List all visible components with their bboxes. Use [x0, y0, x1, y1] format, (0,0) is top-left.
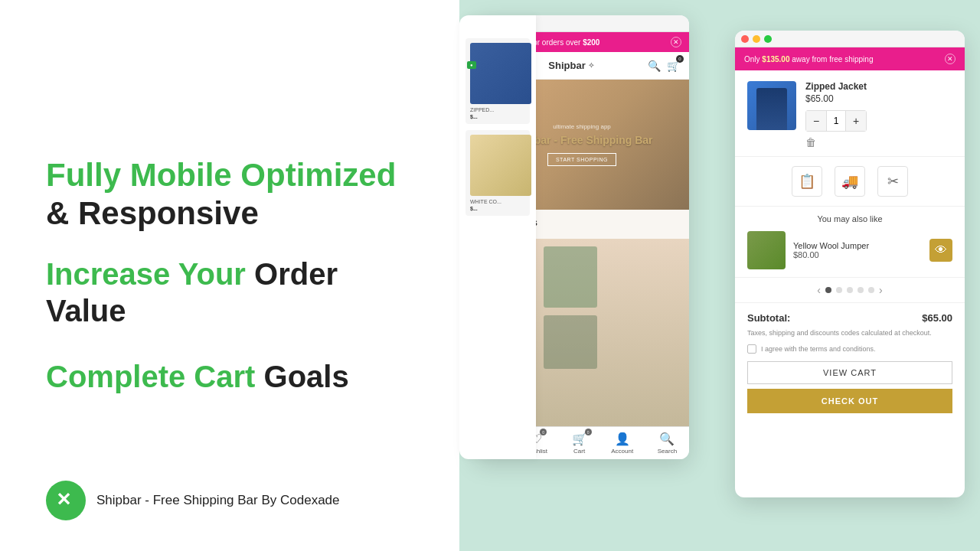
checkout-button[interactable]: CHECK OUT: [747, 389, 952, 413]
search-bottom-icon: 🔍: [659, 432, 675, 446]
heading-1-green: Fully Mobile Optimized: [46, 157, 396, 193]
product-thumb-4: [544, 315, 597, 369]
bg-partial-content: ZIPPED... $... WHITE CO... $...: [459, 15, 536, 245]
cart-dot-red: [741, 35, 749, 43]
heading-1-black: & Responsive: [46, 195, 259, 231]
green-stock-badge: ●: [467, 61, 476, 69]
shipbar-logo-icon: ✕: [46, 481, 86, 520]
bg-product-price-1: $...: [470, 114, 525, 119]
nav-logo: Shipbar ✧: [548, 60, 593, 71]
cart-item-image: [747, 81, 796, 130]
carousel-dot-3[interactable]: [847, 287, 853, 293]
hero-small-text: ultimate shipping app: [553, 123, 611, 130]
rec-item-image: [747, 231, 786, 269]
cart-badge-wrap-bottom: 🛒 0: [572, 432, 587, 446]
bg-product-name-1: ZIPPED...: [470, 107, 525, 112]
carousel-dot-5[interactable]: [868, 287, 874, 293]
view-cart-button[interactable]: VIEW CART: [747, 361, 952, 384]
qty-value: 1: [826, 111, 846, 131]
cart-titlebar: [735, 31, 965, 47]
jacket-silhouette: [756, 88, 787, 130]
terms-row: I agree with the terms and conditions.: [747, 344, 952, 354]
subtotal-label: Subtotal:: [747, 312, 790, 324]
bg-product-img-2: [470, 135, 531, 196]
tax-note: Taxes, shipping and discounts codes calc…: [747, 328, 952, 338]
subtotal-row: Subtotal: $65.00: [747, 312, 952, 324]
quantity-control: − 1 +: [805, 110, 867, 132]
rec-item-price: $80.00: [793, 250, 869, 259]
cart-dot-green: [764, 35, 772, 43]
hero-cta-button[interactable]: START SHOPPING: [547, 153, 616, 166]
cart-banner-close[interactable]: ✕: [945, 54, 956, 64]
rec-img-fill: [747, 231, 786, 269]
subtotal-value: $65.00: [922, 312, 952, 324]
heading-2-green: Increase Your: [46, 257, 246, 291]
discount-action-button[interactable]: ✂: [877, 166, 908, 197]
rec-title: You may also like: [747, 214, 952, 223]
bg-product-2: WHITE CO... $...: [466, 130, 530, 216]
nav-icons: 🔍 🛒 0: [648, 59, 680, 73]
cart-action-buttons: 📋 🚚 ✂: [735, 157, 965, 207]
cart-mockup: Only $135.00 away from free shipping ✕ Z…: [735, 31, 965, 497]
carousel-dot-1[interactable]: [825, 287, 831, 293]
qty-decrease-button[interactable]: −: [806, 111, 826, 131]
bottom-nav-cart[interactable]: 🛒 0 Cart: [572, 432, 587, 455]
shipping-action-button[interactable]: 🚚: [835, 166, 865, 197]
cart-count-badge: 0: [676, 55, 684, 63]
cart-item-price: $65.00: [805, 93, 952, 104]
cart-item-name: Zipped Jacket: [805, 81, 952, 92]
rec-item-info: Yellow Wool Jumper $80.00: [793, 241, 869, 259]
recommendations-section: You may also like Yellow Wool Jumper $80…: [735, 207, 965, 278]
product-thumb-2: [544, 246, 597, 308]
cart-dot-yellow: [753, 35, 760, 43]
bg-product-price-2: $...: [470, 206, 525, 211]
heading-1-block: Fully Mobile Optimized & Responsive: [46, 156, 413, 233]
cart-item-details: Zipped Jacket $65.00 − 1 + 🗑: [805, 81, 952, 148]
terms-text: I agree with the terms and conditions.: [761, 345, 876, 353]
qty-increase-button[interactable]: +: [846, 111, 866, 131]
rec-add-button[interactable]: 👁: [929, 239, 952, 262]
banner-close-btn[interactable]: ✕: [671, 37, 681, 47]
delete-item-button[interactable]: 🗑: [805, 136, 952, 148]
bg-product-1: ZIPPED... $...: [466, 38, 530, 124]
bottom-logo: ✕ Shipbar - Free Shipping Bar By Codexad…: [46, 481, 340, 520]
right-panel: Free shipping for orders over $200 ✕ ☰ S…: [459, 0, 980, 551]
heading-3-block: Complete Cart Goals: [46, 358, 413, 395]
carousel-prev-arrow[interactable]: ‹: [817, 284, 821, 296]
bg-product-img-1: [470, 43, 531, 104]
heading-3-green: Complete Cart: [46, 360, 255, 393]
left-panel: Fully Mobile Optimized & Responsive Incr…: [0, 0, 459, 551]
heading-3-black: Goals: [264, 360, 349, 393]
bottom-nav-account[interactable]: 👤 Account: [611, 432, 633, 455]
bg-product-name-2: WHITE CO...: [470, 199, 525, 204]
rec-item-name: Yellow Wool Jumper: [793, 241, 869, 250]
bg-partial-page: ZIPPED... $... WHITE CO... $... ●: [459, 15, 536, 459]
note-action-button[interactable]: 📋: [792, 166, 822, 197]
cart-bottom-icon: 🛒: [572, 432, 587, 445]
carousel-dot-2[interactable]: [836, 287, 842, 293]
cart-footer: Subtotal: $65.00 Taxes, shipping and dis…: [735, 303, 965, 422]
cart-content: Zipped Jacket $65.00 − 1 + 🗑 📋 🚚 ✂ You m…: [735, 70, 965, 497]
bottom-nav-search[interactable]: 🔍 Search: [658, 432, 677, 455]
logo-text: Shipbar - Free Shipping Bar By Codexade: [96, 493, 340, 508]
account-icon: 👤: [615, 432, 630, 446]
search-icon[interactable]: 🔍: [648, 60, 661, 72]
cart-banner-text: Only $135.00 away from free shipping: [744, 55, 873, 64]
cart-item-row: Zipped Jacket $65.00 − 1 + 🗑: [735, 70, 965, 157]
rec-item-1: Yellow Wool Jumper $80.00 👁: [747, 231, 952, 269]
carousel-navigation: ‹ ›: [735, 278, 965, 303]
cart-icon-wrap[interactable]: 🛒 0: [667, 59, 680, 73]
terms-checkbox[interactable]: [747, 344, 756, 354]
svg-text:✕: ✕: [56, 489, 71, 510]
carousel-dot-4[interactable]: [858, 287, 864, 293]
cart-shipping-banner: Only $135.00 away from free shipping ✕: [735, 47, 965, 70]
heading-2-block: Increase Your Order Value: [46, 256, 413, 329]
carousel-next-arrow[interactable]: ›: [879, 284, 883, 296]
